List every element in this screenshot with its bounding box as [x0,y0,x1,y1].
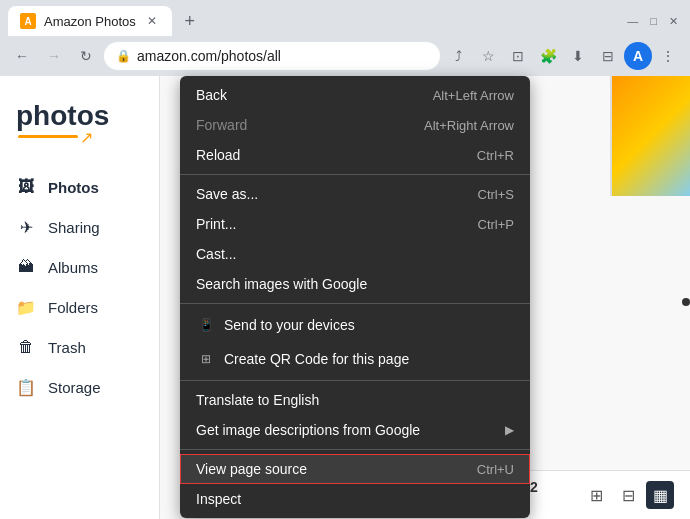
back-button[interactable]: ← [8,42,36,70]
qr-code-icon: ⊞ [196,349,216,369]
scroll-indicator [682,298,690,306]
reader-mode-icon[interactable]: ⊡ [504,42,532,70]
sidebar-label-folders: Folders [48,299,98,316]
context-menu-search-images[interactable]: Search images with Google [180,269,530,299]
menu-translate-label: Translate to English [196,392,514,408]
tab-title: Amazon Photos [44,14,136,29]
sidebar-label-photos: Photos [48,179,99,196]
context-menu-translate[interactable]: Translate to English [180,385,530,415]
image-desc-arrow-icon: ▶ [505,423,514,437]
sidebar-item-storage[interactable]: 📋 Storage [0,367,159,407]
context-menu-save[interactable]: Save as... Ctrl+S [180,179,530,209]
view-large-icon[interactable]: ▦ [646,481,674,509]
menu-back-label: Back [196,87,393,103]
menu-print-label: Print... [196,216,438,232]
menu-view-source-label: View page source [196,461,437,477]
toolbar-icons: ⤴ ☆ ⊡ 🧩 ⬇ ⊟ A ⋮ [444,42,682,70]
tab-close-button[interactable]: ✕ [144,13,160,29]
photos-icon: 🖼 [16,177,36,197]
tab-bar: A Amazon Photos ✕ + — □ ✕ [0,0,690,36]
sidebar-item-photos[interactable]: 🖼 Photos [0,167,159,207]
maximize-button[interactable]: □ [650,15,657,27]
view-list-icon[interactable]: ⊞ [582,481,610,509]
sidebar-label-albums: Albums [48,259,98,276]
menu-print-shortcut: Ctrl+P [478,217,514,232]
folders-icon: 📁 [16,297,36,317]
address-bar-row: ← → ↻ 🔒 amazon.com/photos/all ⤴ ☆ ⊡ 🧩 ⬇ … [0,36,690,76]
share-icon[interactable]: ⤴ [444,42,472,70]
new-tab-button[interactable]: + [176,7,204,35]
active-tab[interactable]: A Amazon Photos ✕ [8,6,172,36]
menu-separator-3 [180,380,530,381]
menu-image-desc-label: Get image descriptions from Google [196,422,505,438]
sidebar-label-storage: Storage [48,379,101,396]
minimize-button[interactable]: — [627,15,638,27]
context-menu-qr-code[interactable]: ⊞ Create QR Code for this page [180,342,530,376]
split-screen-icon[interactable]: ⊟ [594,42,622,70]
page-content: photos ↗ 🖼 Photos ✈ Sharing 🏔 Albums 📁 F… [0,76,690,519]
menu-separator-2 [180,303,530,304]
context-menu-send-devices[interactable]: 📱 Send to your devices [180,308,530,342]
context-menu-reload[interactable]: Reload Ctrl+R [180,140,530,170]
menu-button[interactable]: ⋮ [654,42,682,70]
sidebar-item-sharing[interactable]: ✈ Sharing [0,207,159,247]
url-text: amazon.com/photos/all [137,48,428,64]
menu-cast-label: Cast... [196,246,514,262]
context-menu-forward[interactable]: Forward Alt+Right Arrow [180,110,530,140]
context-menu-print[interactable]: Print... Ctrl+P [180,209,530,239]
menu-save-label: Save as... [196,186,438,202]
sidebar: photos ↗ 🖼 Photos ✈ Sharing 🏔 Albums 📁 F… [0,76,160,519]
menu-qr-code-label: Create QR Code for this page [224,351,514,367]
photo-preview [610,76,690,196]
context-menu-inspect[interactable]: Inspect [180,484,530,514]
menu-search-images-label: Search images with Google [196,276,514,292]
download-icon[interactable]: ⬇ [564,42,592,70]
send-devices-icon: 📱 [196,315,216,335]
window-controls: — □ ✕ [627,15,682,28]
menu-forward-shortcut: Alt+Right Arrow [424,118,514,133]
logo: photos ↗ [0,92,159,167]
sidebar-item-folders[interactable]: 📁 Folders [0,287,159,327]
menu-save-shortcut: Ctrl+S [478,187,514,202]
refresh-button[interactable]: ↻ [72,42,100,70]
logo-arrow-icon: ↗ [80,128,93,147]
menu-inspect-label: Inspect [196,491,514,507]
menu-back-shortcut: Alt+Left Arrow [433,88,514,103]
menu-view-source-shortcut: Ctrl+U [477,462,514,477]
forward-button[interactable]: → [40,42,68,70]
menu-separator-1 [180,174,530,175]
menu-forward-label: Forward [196,117,384,133]
trash-icon: 🗑 [16,337,36,357]
menu-separator-4 [180,449,530,450]
context-menu-image-desc[interactable]: Get image descriptions from Google ▶ [180,415,530,445]
sharing-icon: ✈ [16,217,36,237]
albums-icon: 🏔 [16,257,36,277]
lock-icon: 🔒 [116,49,131,63]
menu-send-devices-label: Send to your devices [224,317,514,333]
logo-underline [18,135,78,138]
context-menu-cast[interactable]: Cast... [180,239,530,269]
tab-favicon: A [20,13,36,29]
profile-button[interactable]: A [624,42,652,70]
view-grid-icon[interactable]: ⊟ [614,481,642,509]
view-icons: ⊞ ⊟ ▦ [582,481,674,509]
bookmark-icon[interactable]: ☆ [474,42,502,70]
sidebar-item-albums[interactable]: 🏔 Albums [0,247,159,287]
sidebar-label-trash: Trash [48,339,86,356]
browser-chrome: A Amazon Photos ✕ + — □ ✕ ← → ↻ 🔒 amazon… [0,0,690,76]
menu-reload-shortcut: Ctrl+R [477,148,514,163]
sidebar-item-trash[interactable]: 🗑 Trash [0,327,159,367]
address-bar[interactable]: 🔒 amazon.com/photos/all [104,42,440,70]
menu-reload-label: Reload [196,147,437,163]
storage-icon: 📋 [16,377,36,397]
sidebar-label-sharing: Sharing [48,219,100,236]
close-button[interactable]: ✕ [669,15,678,28]
extension-icon[interactable]: 🧩 [534,42,562,70]
context-menu-view-source[interactable]: View page source Ctrl+U [180,454,530,484]
context-menu-back[interactable]: Back Alt+Left Arrow [180,80,530,110]
context-menu: Back Alt+Left Arrow Forward Alt+Right Ar… [180,76,530,518]
